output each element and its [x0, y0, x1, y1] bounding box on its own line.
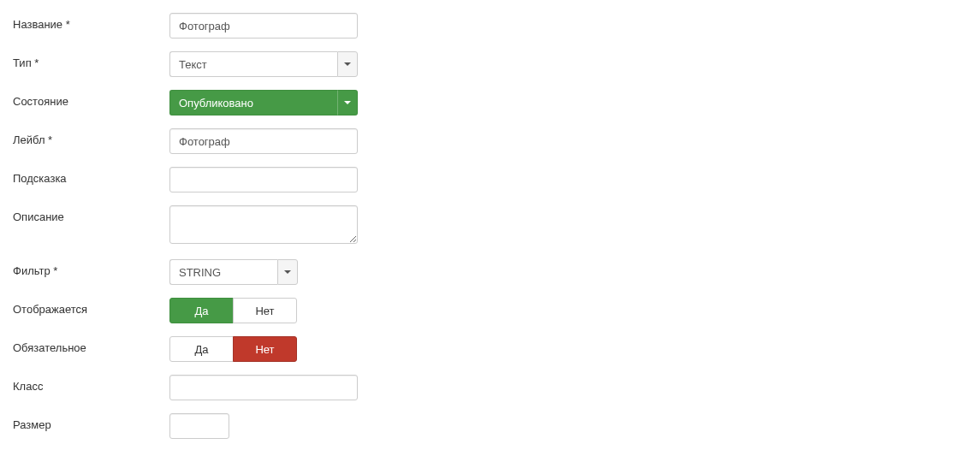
size-input[interactable] [169, 413, 229, 439]
label-input[interactable] [169, 128, 358, 154]
caret-down-icon [344, 62, 351, 66]
description-textarea[interactable] [169, 205, 358, 244]
required-no-button[interactable]: Нет [233, 336, 297, 362]
label-label: Лейбл * [13, 128, 169, 146]
name-input[interactable] [169, 13, 358, 38]
filter-select[interactable]: STRING [169, 259, 298, 285]
class-input[interactable] [169, 375, 358, 400]
label-description: Описание [13, 205, 169, 223]
required-toggle: Да Нет [169, 336, 297, 362]
filter-select-value: STRING [169, 259, 277, 285]
caret-down-icon [344, 101, 351, 104]
label-class: Класс [13, 375, 169, 393]
state-select-caret[interactable] [337, 90, 358, 115]
label-visible: Отображается [13, 298, 169, 316]
visible-toggle: Да Нет [169, 298, 297, 323]
type-select-caret[interactable] [337, 51, 358, 77]
label-hint: Подсказка [13, 167, 169, 185]
visible-yes-button[interactable]: Да [169, 298, 234, 323]
state-select[interactable]: Опубликовано [169, 90, 358, 115]
visible-no-button[interactable]: Нет [233, 298, 297, 323]
label-size: Размер [13, 413, 169, 431]
label-required: Обязательное [13, 336, 169, 354]
caret-down-icon [284, 270, 291, 274]
required-yes-button[interactable]: Да [169, 336, 234, 362]
filter-select-caret[interactable] [277, 259, 298, 285]
label-state: Состояние [13, 90, 169, 108]
hint-input[interactable] [169, 167, 358, 192]
type-select[interactable]: Текст [169, 51, 358, 77]
type-select-value: Текст [169, 51, 337, 77]
label-type: Тип * [13, 51, 169, 69]
label-filter: Фильтр * [13, 259, 169, 277]
label-name: Название * [13, 13, 169, 31]
state-select-value: Опубликовано [169, 90, 337, 115]
